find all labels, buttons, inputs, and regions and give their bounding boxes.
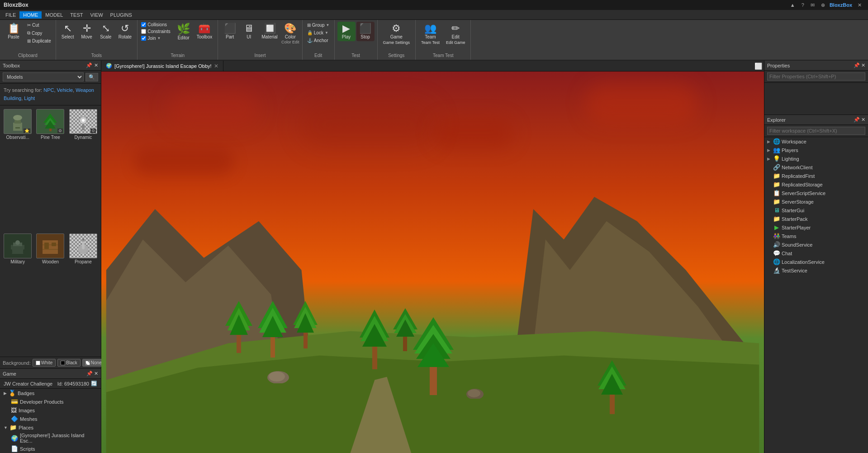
- viewport-tab-close[interactable]: ✕: [214, 63, 218, 69]
- tree-places[interactable]: ▼ 📁 Places: [0, 423, 101, 432]
- game-close-icon[interactable]: ✕: [94, 371, 98, 376]
- group-button[interactable]: ⊞ Group ▼: [305, 22, 332, 29]
- rotate-button[interactable]: ↺ Rotate: [116, 22, 134, 41]
- suggestion-light[interactable]: Light: [24, 95, 35, 101]
- play-button[interactable]: ▶ Play: [337, 22, 356, 41]
- explorer-item-replicatedstorage[interactable]: ▶ 📁 ReplicatedStorage: [764, 180, 868, 189]
- explorer-item-workspace[interactable]: ▶ 🌐 Workspace: [764, 137, 868, 146]
- minimize-icon[interactable]: ▲: [788, 2, 797, 8]
- bg-black-button[interactable]: Black: [57, 359, 80, 367]
- explorer-item-testservice[interactable]: ▶ 🔬 TestService: [764, 266, 868, 275]
- toolbox-ribbon-button[interactable]: 🧰 Toolbox: [194, 22, 215, 41]
- message-icon[interactable]: ✉: [809, 2, 816, 8]
- scale-button[interactable]: ⤡ Scale: [97, 22, 115, 41]
- color-button[interactable]: 🎨 Color: [281, 22, 299, 40]
- explorer-item-networkclient[interactable]: ▶ 🔗 NetworkClient: [764, 163, 868, 172]
- explorer-item-serverscriptservice[interactable]: ▶ 📋 ServerScriptService: [764, 189, 868, 197]
- menu-model[interactable]: MODEL: [42, 11, 66, 19]
- editor-button[interactable]: 🌿 Editor: [174, 22, 193, 42]
- menu-plugins[interactable]: PLUGINS: [107, 11, 136, 19]
- collisions-checkbox[interactable]: Collisions: [140, 22, 171, 28]
- part-button[interactable]: ⬛ Part: [221, 22, 239, 41]
- menu-test[interactable]: TEST: [66, 11, 86, 19]
- network-icon[interactable]: ⊕: [819, 2, 827, 8]
- help-icon[interactable]: ?: [800, 2, 806, 8]
- explorer-item-lighting[interactable]: ▶ 💡 Lighting: [764, 154, 868, 163]
- menu-home[interactable]: HOME: [19, 11, 42, 19]
- color-edit-label: Color Edit: [281, 40, 299, 44]
- constraints-input[interactable]: [141, 29, 146, 34]
- viewport-canvas[interactable]: [101, 72, 764, 453]
- cut-button[interactable]: ✂ Cut: [25, 22, 53, 29]
- explorer-item-players[interactable]: ▶ 👥 Players: [764, 146, 868, 154]
- paste-button[interactable]: 📋 Paste: [3, 22, 24, 41]
- team-test-icon: 👥: [424, 24, 436, 33]
- suggestion-npc[interactable]: NPC: [43, 87, 54, 93]
- material-button[interactable]: 🔲 Material: [259, 22, 280, 41]
- move-button[interactable]: ✛ Move: [78, 22, 96, 41]
- ribbon-insert-group: ⬛ Part 🖥 UI 🔲 Material 🎨 Color Color: [218, 20, 303, 60]
- explorer-item-starterplayer[interactable]: ▶ ▶ StarterPlayer: [764, 223, 868, 232]
- team-test-button[interactable]: 👥 Team Team Test: [418, 22, 442, 47]
- properties-pin-icon[interactable]: 📌: [854, 62, 860, 68]
- join-checkbox[interactable]: Join ▼: [140, 35, 171, 41]
- toolbox-item-pine-tree[interactable]: ⚙ Pine Tree: [34, 107, 66, 230]
- game-settings-button[interactable]: ⚙ Game Game Settings: [380, 22, 413, 47]
- copy-button[interactable]: ⧉ Copy: [25, 29, 53, 37]
- constraints-checkbox[interactable]: Constraints: [140, 29, 171, 34]
- bg-white-button[interactable]: White: [33, 359, 56, 367]
- explorer-item-chat[interactable]: ▶ 💬 Chat: [764, 249, 868, 257]
- explorer-pin-icon[interactable]: 📌: [854, 117, 860, 122]
- properties-filter-input[interactable]: [767, 72, 865, 81]
- toolbox-item-observatory[interactable]: ⭐ Observati...: [2, 107, 33, 230]
- collisions-input[interactable]: [141, 22, 146, 27]
- explorer-item-localizationservice[interactable]: ▶ 🌐 LocalizationService: [764, 257, 868, 266]
- edit-game-button[interactable]: ✏ Edit Edit Game: [443, 22, 468, 47]
- viewport-main-tab[interactable]: 🌍 [Gyrosphere!] Jurassic Island Escape O…: [101, 61, 223, 71]
- replicatedstorage-label: ReplicatedStorage: [782, 182, 823, 187]
- select-button[interactable]: ↖ Select: [59, 22, 77, 41]
- testservice-label: TestService: [782, 268, 807, 273]
- suggestion-building[interactable]: Building: [4, 95, 21, 101]
- menu-file[interactable]: FILE: [2, 11, 19, 19]
- toolbox-icon-pin[interactable]: 📌: [86, 62, 92, 68]
- suggestion-vehicle[interactable]: Vehicle: [57, 87, 73, 93]
- explorer-close-icon[interactable]: ✕: [861, 117, 865, 122]
- game-panel-title: Game: [3, 371, 16, 377]
- toolbox-icon-close[interactable]: ✕: [94, 62, 98, 68]
- explorer-item-teams[interactable]: ▶ 👫 Teams: [764, 232, 868, 240]
- tree-images[interactable]: 🖼 Images: [0, 406, 101, 415]
- toolbox-item-propane[interactable]: Propane: [67, 232, 99, 355]
- ui-button[interactable]: 🖥 UI: [240, 22, 258, 41]
- close-btn[interactable]: ✕: [855, 2, 864, 8]
- tree-developer-products[interactable]: 💳 Developer Products: [0, 397, 101, 406]
- properties-close-icon[interactable]: ✕: [861, 62, 865, 68]
- tree-badges[interactable]: ▶ 🏅 Badges: [0, 389, 101, 397]
- explorer-item-serverstorage[interactable]: ▶ 📁 ServerStorage: [764, 197, 868, 206]
- toolbox-search-button[interactable]: 🔍: [85, 73, 98, 81]
- explorer-item-soundservice[interactable]: ▶ 🔊 SoundService: [764, 240, 868, 249]
- stop-button[interactable]: ⬛ Stop: [356, 22, 375, 41]
- toolbox-item-military[interactable]: Military: [2, 232, 33, 355]
- toolbox-item-dynamic[interactable]: ⚙ Dynamic: [67, 107, 99, 230]
- explorer-item-replicatedfirst[interactable]: ▶ 📁 ReplicatedFirst: [764, 172, 868, 180]
- tree-gyrosphere[interactable]: 🌍 [Gyrosphere!] Jurassic Island Esc...: [0, 432, 101, 444]
- lock-button[interactable]: 🔒 Lock ▼: [305, 29, 332, 36]
- anchor-button[interactable]: ⚓ Anchor: [305, 37, 332, 44]
- explorer-filter-input[interactable]: [767, 127, 865, 135]
- explorer-item-starterpack[interactable]: ▶ 📁 StarterPack: [764, 215, 868, 223]
- toolbox-category-select[interactable]: Models Decals Audio Plugins: [3, 72, 84, 81]
- suggestion-weapon[interactable]: Weapon: [76, 87, 94, 93]
- toolbox-item-wooden[interactable]: Wooden: [34, 232, 66, 355]
- game-pin-icon[interactable]: 📌: [86, 371, 93, 376]
- military-label: Military: [10, 259, 25, 264]
- join-input[interactable]: [141, 36, 146, 41]
- duplicate-button[interactable]: ⊞ Duplicate: [25, 38, 53, 44]
- replicatedfirst-label: ReplicatedFirst: [782, 173, 815, 179]
- menu-view[interactable]: VIEW: [86, 11, 106, 19]
- explorer-item-startergui[interactable]: ▶ 🖥 StarterGui: [764, 206, 868, 215]
- tree-meshes[interactable]: 🔷 Meshes: [0, 415, 101, 423]
- tree-scripts[interactable]: 📄 Scripts: [0, 444, 101, 453]
- game-refresh-icon[interactable]: 🔄: [91, 381, 97, 386]
- viewport-maximize-icon[interactable]: ⬜: [754, 62, 762, 70]
